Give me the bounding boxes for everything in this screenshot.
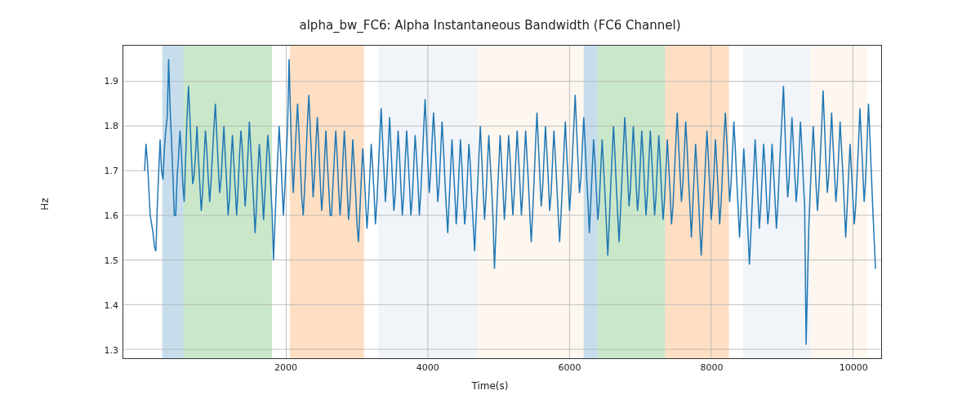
y-tick-label: 1.7 (94, 166, 118, 176)
x-tick-label: 4000 (416, 362, 439, 373)
figure: alpha_bw_FC6: Alpha Instantaneous Bandwi… (0, 0, 980, 408)
x-tick-label: 2000 (274, 362, 297, 373)
x-tick-label: 8000 (700, 362, 723, 373)
x-axis-label: Time(s) (0, 380, 980, 392)
shaded-band (810, 46, 866, 358)
shaded-band (665, 46, 728, 358)
shaded-band (290, 46, 364, 358)
y-tick-label: 1.9 (94, 76, 118, 86)
y-tick-label: 1.4 (94, 300, 118, 311)
x-tick-label: 6000 (559, 362, 581, 373)
x-tick-label: 10000 (840, 362, 868, 373)
y-tick-label: 1.5 (94, 255, 118, 266)
shaded-band (163, 46, 184, 358)
plot-svg (123, 46, 881, 358)
y-axis-label: Hz (39, 197, 51, 210)
shaded-band (743, 46, 810, 358)
y-tick-label: 1.8 (94, 121, 118, 131)
y-tick-label: 1.6 (94, 211, 118, 221)
y-tick-label: 1.3 (94, 345, 118, 356)
shaded-band (478, 46, 584, 358)
plot-area (122, 45, 882, 359)
chart-title: alpha_bw_FC6: Alpha Instantaneous Bandwi… (0, 18, 980, 33)
